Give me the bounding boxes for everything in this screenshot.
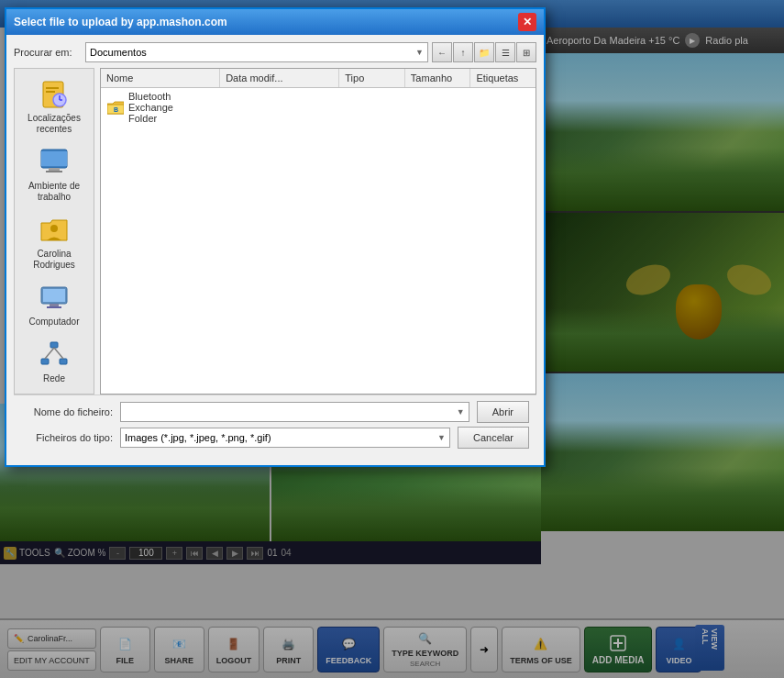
desktop-label: Ambiente de trabalho [18,181,90,203]
svg-rect-11 [49,168,60,171]
col-name-header[interactable]: Nome [101,69,220,87]
dialog-overlay: Select file to upload by app.mashon.com … [0,0,784,678]
nav-view-btn2[interactable]: ⊞ [516,42,536,62]
file-dialog: Select file to upload by app.mashon.com … [5,7,546,467]
svg-rect-15 [43,289,65,302]
dialog-titlebar: Select file to upload by app.mashon.com … [6,9,544,35]
network-icon [38,339,71,372]
computer-icon [38,282,71,315]
svg-point-13 [50,225,58,232]
filetype-dropdown-arrow: ▼ [437,433,446,442]
location-dropdown-arrow: ▼ [415,48,424,57]
col-type-header[interactable]: Tipo [339,69,405,87]
filename-input-wrapper[interactable]: ▼ [120,402,469,422]
computer-label: Computador [28,317,79,328]
filetype-value: Images (*.jpg, *.jpeg, *.png, *.gif) [125,432,271,443]
nav-back-btn[interactable]: ← [432,42,452,62]
filename-dropdown-arrow: ▼ [457,407,465,417]
file-list-header: Nome Data modif... Tipo Tamanho Etiqueta… [101,69,536,88]
dialog-close-btn[interactable]: ✕ [518,13,536,31]
dialog-body: Procurar em: Documentos ▼ ← ↑ 📁 ☰ ⊞ [6,35,544,465]
dialog-main: Localizações recentes Ambiente [14,68,536,395]
nav-up-btn[interactable]: ↑ [453,42,473,62]
location-dropdown[interactable]: Documentos ▼ [85,42,428,62]
user-folder-icon [38,214,71,247]
network-label: Rede [43,373,65,384]
sidebar-place-network[interactable]: Rede [15,333,94,390]
svg-rect-5 [46,91,55,93]
dialog-bottom-area: Nome do ficheiro: ▼ Abrir Ficheiros do t… [14,395,536,458]
filename-row: Nome do ficheiro: ▼ Abrir [21,401,529,423]
svg-rect-17 [47,306,61,308]
nav-new-folder-btn[interactable]: 📁 [474,42,494,62]
svg-line-21 [45,348,54,359]
svg-rect-10 [41,151,67,166]
desktop-icon [38,146,71,179]
bluetooth-folder-name: Bluetooth Exchange Folder [128,91,195,124]
sidebar-place-computer[interactable]: Computador [15,276,94,333]
open-btn[interactable]: Abrir [477,401,529,423]
svg-rect-12 [46,171,62,172]
dialog-sidebar: Localizações recentes Ambiente [14,68,94,395]
svg-rect-19 [41,359,49,364]
svg-rect-20 [60,359,67,364]
nav-btn-group: ← ↑ 📁 ☰ ⊞ [432,42,536,62]
recent-label: Localizações recentes [18,113,90,135]
file-item-bluetooth[interactable]: B Bluetooth Exchange Folder [101,88,536,127]
filetype-input-wrapper[interactable]: Images (*.jpg, *.jpeg, *.png, *.gif) ▼ [120,428,450,448]
svg-line-22 [54,348,63,359]
location-row: Procurar em: Documentos ▼ ← ↑ 📁 ☰ ⊞ [14,42,536,62]
location-value: Documentos [90,47,147,58]
filename-input[interactable] [125,406,457,417]
sidebar-place-recent[interactable]: Localizações recentes [15,72,94,140]
sidebar-place-user[interactable]: Carolina Rodrigues [15,208,94,276]
svg-rect-4 [46,87,59,89]
filetype-label: Ficheiros do tipo: [21,432,113,443]
recent-icon [38,78,71,111]
cancel-btn[interactable]: Cancelar [458,427,529,449]
svg-rect-16 [50,304,59,306]
nav-view-btn[interactable]: ☰ [495,42,515,62]
col-size-header[interactable]: Tamanho [405,69,471,87]
dialog-title: Select file to upload by app.mashon.com [14,16,513,28]
svg-rect-18 [50,342,58,348]
col-date-header[interactable]: Data modif... [220,69,339,87]
filetype-row: Ficheiros do tipo: Images (*.jpg, *.jpeg… [21,427,529,449]
col-tags-header[interactable]: Etiquetas [470,69,536,87]
svg-text:B: B [114,106,118,113]
sidebar-place-desktop[interactable]: Ambiente de trabalho [15,140,94,208]
location-label: Procurar em: [14,47,78,58]
filename-label: Nome do ficheiro: [21,406,113,417]
folder-bt-icon: B [106,99,125,116]
location-bar: Documentos ▼ ← ↑ 📁 ☰ ⊞ [85,42,536,62]
file-list-area[interactable]: Nome Data modif... Tipo Tamanho Etiqueta… [100,68,536,395]
user-label: Carolina Rodrigues [18,249,90,271]
